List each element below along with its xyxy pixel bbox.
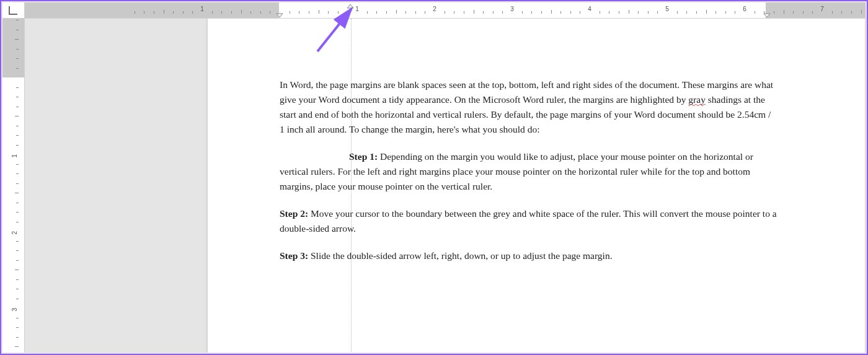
paragraph-step-1: Step 1: Depending on the margin you woul… <box>280 149 777 194</box>
paragraph-step-3: Step 3: Slide the double-sided arrow lef… <box>280 248 777 263</box>
vertical-ruler[interactable]: 123 <box>2 19 25 353</box>
h-ruler-right-margin[interactable] <box>766 2 866 18</box>
h-ruler-number: 6 <box>743 6 746 12</box>
h-ruler-number: 2 <box>433 6 436 12</box>
step-label: Step 2: <box>280 208 308 219</box>
first-line-indent-marker-icon[interactable] <box>347 4 354 9</box>
v-ruler-number: 2 <box>12 231 19 235</box>
v-ruler-top-margin[interactable] <box>2 19 24 77</box>
step-label: Step 3: <box>280 250 308 261</box>
paragraph-intro: In Word, the page margins are blank spac… <box>280 77 777 137</box>
word-workspace: 11234567 123 In Word, the page margins a… <box>1 1 867 354</box>
paragraph-step-2: Step 2: Move your cursor to the boundary… <box>280 206 777 236</box>
right-indent-marker-icon[interactable] <box>763 13 771 18</box>
left-indent-marker-icon[interactable] <box>276 13 283 18</box>
step-label: Step 1: <box>349 151 378 162</box>
h-ruler-number: 1 <box>200 6 204 12</box>
document-body-text[interactable]: In Word, the page margins are blank spac… <box>280 77 777 276</box>
h-ruler-number: 5 <box>665 6 669 12</box>
ruler-tab-selector[interactable] <box>2 2 25 19</box>
document-page: In Word, the page margins are blank spac… <box>208 19 865 353</box>
text-run: Slide the double-sided arrow left, right… <box>308 250 612 261</box>
text-run: Move your cursor to the boundary between… <box>280 208 777 234</box>
h-ruler-number: 7 <box>820 6 824 12</box>
h-ruler-number: 3 <box>510 6 514 12</box>
v-ruler-number: 1 <box>12 154 19 158</box>
v-ruler-number: 3 <box>12 308 19 312</box>
spellcheck-squiggle[interactable]: gray <box>688 94 706 105</box>
horizontal-ruler[interactable]: 11234567 <box>25 2 866 19</box>
h-ruler-number: 4 <box>588 6 591 12</box>
h-ruler-number: 1 <box>355 6 359 12</box>
document-scroll-area[interactable]: In Word, the page margins are blank spac… <box>25 19 866 353</box>
